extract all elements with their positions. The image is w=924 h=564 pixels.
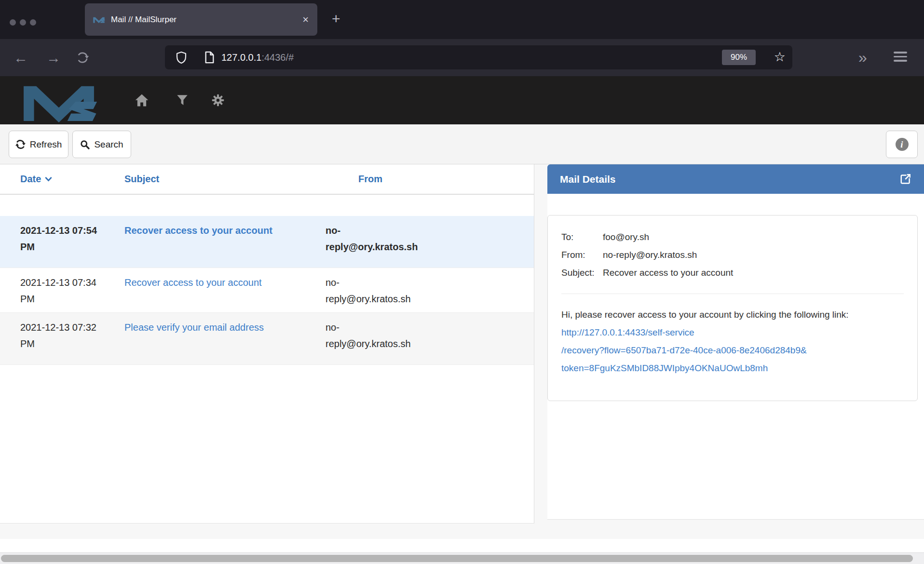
bottom-strip xyxy=(0,539,924,552)
mail-subject-link[interactable]: Recover access to your account xyxy=(124,222,317,239)
search-label: Search xyxy=(94,139,123,150)
to-label: To: xyxy=(561,228,603,246)
window-control-dot[interactable] xyxy=(30,19,36,26)
browser-tab[interactable]: Mail // MailSlurper × xyxy=(85,3,317,36)
browser-window: Mail // MailSlurper × + ← → xyxy=(0,0,924,564)
info-button[interactable]: i xyxy=(886,131,918,158)
column-header-subject[interactable]: Subject xyxy=(124,164,159,194)
mail-list-panel: Date Subject From 2021-12-13 07:54 PM Re… xyxy=(0,164,534,524)
divider xyxy=(561,294,904,294)
window-control-dot[interactable] xyxy=(20,19,26,26)
mail-subject-link[interactable]: Please verify your email address xyxy=(124,319,317,336)
mail-rows: 2021-12-13 07:54 PM Recover access to yo… xyxy=(0,216,534,365)
sort-chevron-down-icon xyxy=(45,177,52,182)
window-controls[interactable] xyxy=(10,19,36,26)
zoom-level-badge[interactable]: 90% xyxy=(722,50,756,65)
tab-close-icon[interactable]: × xyxy=(302,14,309,25)
url-text[interactable]: 127.0.0.1:4436/# xyxy=(221,52,294,63)
mail-subject-link[interactable]: Recover access to your account xyxy=(124,274,317,291)
scrollbar-thumb[interactable] xyxy=(1,555,913,562)
mailslurper-logo xyxy=(11,81,107,122)
app-toolbar: Refresh Search i xyxy=(0,124,924,164)
url-bar[interactable]: 127.0.0.1:4436/# 90% ☆ xyxy=(165,45,792,69)
mail-details-header: Mail Details xyxy=(547,164,924,194)
mail-to-line: To:foo@ory.sh xyxy=(561,228,904,246)
mail-subject-line: Subject:Recover access to your account xyxy=(561,264,904,282)
subject-value: Recover access to your account xyxy=(603,268,733,278)
settings-gear-icon[interactable] xyxy=(211,76,225,124)
mailslurper-header xyxy=(0,76,924,124)
tab-strip: Mail // MailSlurper × + xyxy=(0,0,924,39)
refresh-icon xyxy=(15,139,26,149)
tab-title: Mail // MailSlurper xyxy=(111,15,302,25)
bookmark-star-icon[interactable]: ☆ xyxy=(774,49,786,64)
mail-body-text: Hi, please recover access to your accoun… xyxy=(561,309,849,320)
column-header-date[interactable]: Date xyxy=(20,164,52,194)
mail-date: 2021-12-13 07:34 PM xyxy=(20,274,103,307)
recovery-link[interactable]: http://127.0.0.1:4433/self-service/recov… xyxy=(561,327,807,373)
mail-date: 2021-12-13 07:32 PM xyxy=(20,319,103,352)
from-value: no-reply@ory.kratos.sh xyxy=(603,250,697,260)
subject-label: Subject: xyxy=(561,264,603,282)
reload-button[interactable] xyxy=(76,39,89,76)
menu-hamburger-icon[interactable] xyxy=(894,52,907,62)
overflow-chevrons-icon[interactable]: » xyxy=(858,39,867,76)
mail-from: no-reply@ory.kratos.sh xyxy=(326,319,424,352)
refresh-button[interactable]: Refresh xyxy=(9,131,68,158)
mail-row-selected[interactable]: 2021-12-13 07:54 PM Recover access to yo… xyxy=(0,216,534,268)
mail-date: 2021-12-13 07:54 PM xyxy=(20,222,103,255)
refresh-label: Refresh xyxy=(30,139,62,150)
mail-row[interactable]: 2021-12-13 07:32 PM Please verify your e… xyxy=(0,313,534,365)
back-button[interactable]: ← xyxy=(14,39,28,76)
mail-row[interactable]: 2021-12-13 07:34 PM Recover access to yo… xyxy=(0,268,534,313)
page-info-icon[interactable] xyxy=(204,51,215,64)
info-icon: i xyxy=(896,138,909,151)
mail-body: Hi, please recover access to your accoun… xyxy=(561,306,851,377)
mail-from: no-reply@ory.kratos.sh xyxy=(326,222,424,255)
url-host: 127.0.0.1 xyxy=(221,52,261,63)
to-value: foo@ory.sh xyxy=(603,232,649,242)
mail-from: no-reply@ory.kratos.sh xyxy=(326,274,424,307)
navigation-toolbar: ← → 127.0.0.1:4436/# 90% xyxy=(0,39,924,76)
search-button[interactable]: Search xyxy=(72,131,131,158)
filter-icon[interactable] xyxy=(177,76,188,124)
url-path: :4436/# xyxy=(261,52,294,63)
forward-button[interactable]: → xyxy=(46,39,61,76)
mail-details-panel: Mail Details To:foo@ory.sh From:no-reply… xyxy=(547,164,924,520)
window-control-dot[interactable] xyxy=(10,19,16,26)
horizontal-scrollbar[interactable] xyxy=(0,552,924,564)
search-icon xyxy=(80,140,90,149)
shield-icon[interactable] xyxy=(176,51,187,64)
new-tab-button[interactable]: + xyxy=(332,11,340,27)
home-icon[interactable] xyxy=(135,76,149,124)
mail-details-card: To:foo@ory.sh From:no-reply@ory.kratos.s… xyxy=(547,215,918,401)
mail-from-line: From:no-reply@ory.kratos.sh xyxy=(561,246,904,264)
column-header-from[interactable]: From xyxy=(358,164,382,194)
tab-favicon-mailslurper-icon xyxy=(93,16,105,23)
from-label: From: xyxy=(561,246,603,264)
mail-details-title: Mail Details xyxy=(560,174,899,185)
open-external-icon[interactable] xyxy=(899,173,911,185)
mail-list-header: Date Subject From xyxy=(0,164,534,195)
